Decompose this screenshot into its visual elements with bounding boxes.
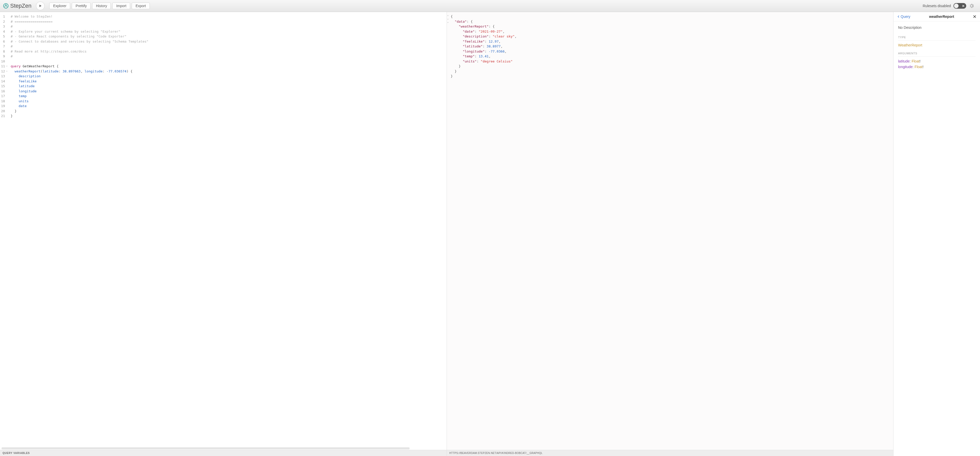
main-area: 1234567891011▾12▾131415161718192021 # We… [0,12,980,456]
query-editor-column: 1234567891011▾12▾131415161718192021 # We… [0,12,447,456]
horizontal-scrollbar[interactable] [0,447,447,450]
results-viewer[interactable]: ▾▾▾ { "data": { "weatherReport": { "date… [447,12,894,450]
play-icon [38,4,42,8]
endpoint-bar: https://beaverdam.stepzen.net/api/kindre… [447,450,894,456]
docs-argument: latitude: Float! [898,59,975,63]
line-gutter: 1234567891011▾12▾131415161718192021 [0,12,9,447]
docs-body: No Description TYPE WeatherReport ARGUME… [894,21,980,75]
import-button[interactable]: Import [112,3,130,9]
docs-header: Query weatherReport [894,12,980,21]
toggle-off-icon: ✕ [962,4,965,8]
docs-panel: Query weatherReport No Description TYPE … [893,12,980,456]
results-fold-gutter: ▾▾▾ [447,12,449,450]
brand-icon [3,3,9,9]
scroll-thumb[interactable] [2,447,410,450]
rulesets-controls: Rulesets disabled ✕ [923,3,974,9]
arg-type-link[interactable]: Float [912,59,920,63]
docs-argument: longitude: Float! [898,65,975,69]
prettify-button[interactable]: Prettify [72,3,91,9]
app-root: StepZen Explorer Prettify History Import… [0,0,980,456]
rulesets-toggle[interactable]: ✕ [953,3,966,9]
brand-logo: StepZen [3,3,32,9]
query-code[interactable]: # Welcome to StepZen! # ================… [9,12,447,447]
brand-name: StepZen [10,3,32,9]
toggle-knob [954,3,959,8]
top-toolbar: StepZen Explorer Prettify History Import… [0,0,980,12]
export-button[interactable]: Export [132,3,150,9]
docs-arguments-heading: ARGUMENTS [898,52,975,57]
docs-type-heading: TYPE [898,36,975,41]
settings-icon[interactable] [969,3,974,9]
arg-name: latitude [898,59,910,63]
query-variables-bar[interactable]: Query Variables [0,450,447,456]
rulesets-label: Rulesets disabled [923,4,951,8]
arg-type-link[interactable]: Float [915,65,923,69]
results-column: ▾▾▾ { "data": { "weatherReport": { "date… [447,12,894,456]
docs-type-link[interactable]: WeatherReport [898,43,975,47]
run-button[interactable] [36,2,45,10]
arg-name: longitude [898,65,913,69]
docs-back-label: Query [900,14,910,19]
docs-back-button[interactable]: Query [897,14,910,19]
explorer-button[interactable]: Explorer [49,3,70,9]
docs-description: No Description [898,25,975,30]
docs-title: weatherReport [910,14,973,19]
query-editor[interactable]: 1234567891011▾12▾131415161718192021 # We… [0,12,447,447]
chevron-left-icon [897,15,900,18]
results-code: { "data": { "weatherReport": { "date": "… [449,12,893,450]
close-icon[interactable] [973,15,977,18]
history-button[interactable]: History [92,3,111,9]
